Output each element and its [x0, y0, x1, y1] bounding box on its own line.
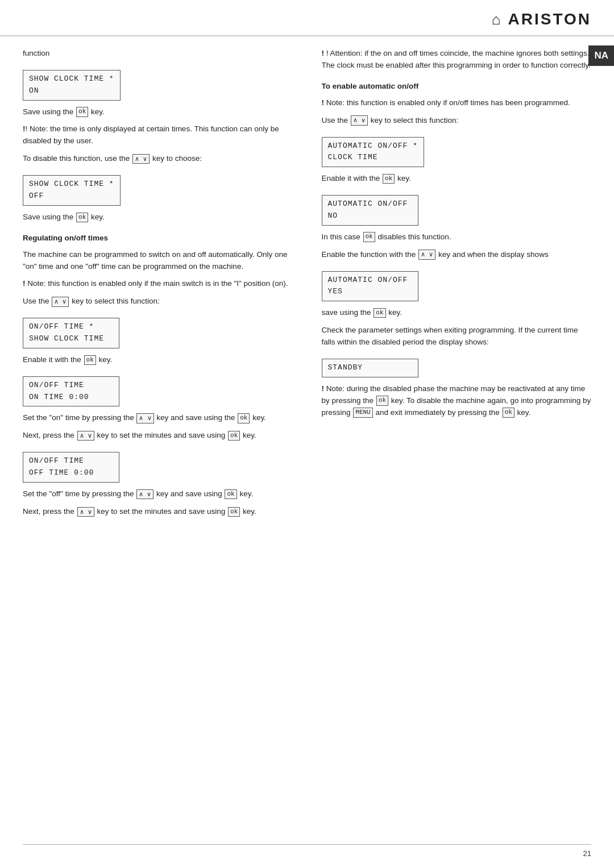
- lcd-display-r1: AUTOMATIC ON/OFF * CLOCK TIME: [322, 137, 424, 168]
- lcd4-line2: ON TIME 0:00: [29, 392, 113, 404]
- attention-text: ! ! Attention: if the on and off times c…: [322, 48, 592, 72]
- lcd-r1-line1: AUTOMATIC ON/OFF *: [328, 140, 418, 152]
- ok-key-7: ok: [228, 507, 240, 517]
- section1-title: Regulating on/off times: [23, 232, 293, 244]
- ok-key-4: ok: [238, 413, 250, 423]
- ok-key-5: ok: [228, 431, 240, 441]
- set-on-time-text: Set the "on" time by pressing the ∧ ∨ ke…: [23, 412, 293, 424]
- lcd-r3-line1: AUTOMATIC ON/OFF: [328, 275, 412, 286]
- arrow-key-1: ∧ ∨: [132, 154, 150, 164]
- footer: 21: [23, 844, 591, 858]
- na-badge: NA: [588, 45, 614, 66]
- lcd5-line1: ON/OFF TIME: [29, 455, 113, 467]
- check-text: Check the parameter settings when exitin…: [322, 325, 592, 348]
- arrow-key-6: ∧ ∨: [77, 507, 94, 517]
- menu-key: MENU: [353, 408, 372, 417]
- section2-title: To enable automatic on/off: [322, 81, 592, 93]
- arrow-key-3: ∧ ∨: [136, 413, 154, 423]
- set-off-time-text: Set the "off" time by pressing the ∧ ∨ k…: [23, 488, 293, 500]
- lcd-display-r4: STANDBY: [322, 359, 418, 377]
- ok-key-r1: ok: [383, 174, 395, 184]
- use-arrow-right-1: Use the ∧ ∨ key to select this function:: [322, 115, 592, 127]
- logo: ⌂ ARISTON: [492, 10, 591, 28]
- lcd5-line2: OFF TIME 0:00: [29, 467, 113, 479]
- intro-text: function: [23, 48, 293, 60]
- save-2-text: Save using the ok key.: [23, 211, 293, 223]
- lcd-display-r3: AUTOMATIC ON/OFF YES: [322, 271, 418, 302]
- lcd-r4-line1: STANDBY: [328, 362, 412, 374]
- header: ⌂ ARISTON: [0, 0, 614, 36]
- arrow-key-r2: ∧ ∨: [418, 250, 435, 259]
- ok-key-r4: ok: [376, 396, 388, 405]
- page-number: 21: [583, 849, 591, 858]
- next-press-2-text: Next, press the ∧ ∨ key to set the minut…: [23, 506, 293, 518]
- lcd-r3-line2: YES: [328, 286, 412, 298]
- enable-1-text: Enable it with the ok key.: [23, 354, 293, 366]
- save-right-text: save using the ok key.: [322, 307, 592, 319]
- lcd-display-1: SHOW CLOCK TIME * ON: [23, 70, 121, 101]
- lcd4-line1: ON/OFF TIME: [29, 380, 113, 392]
- lcd-display-2: SHOW CLOCK TIME * OFF: [23, 175, 121, 206]
- left-column: function SHOW CLOCK TIME * ON Save using…: [23, 48, 298, 524]
- section2-note: ! Note: this function is enabled only if…: [322, 97, 592, 109]
- logo-text: ARISTON: [508, 10, 592, 28]
- arrow-key-4: ∧ ∨: [77, 431, 94, 441]
- ok-key-r3: ok: [374, 308, 385, 318]
- in-this-case-text: In this case ok disables this function.: [322, 231, 592, 243]
- note-1: !! Note: the time is only displayed at c…: [23, 123, 293, 147]
- ok-key-1: ok: [76, 107, 88, 117]
- ok-key-6: ok: [225, 489, 237, 499]
- section1-note: ! Note: this function is enabled only if…: [23, 278, 293, 290]
- lcd-r2-line1: AUTOMATIC ON/OFF: [328, 198, 412, 210]
- ok-key-3: ok: [84, 355, 96, 365]
- lcd3-line1: ON/OFF TIME *: [29, 321, 113, 333]
- lcd-r2-line2: NO: [328, 210, 412, 222]
- arrow-key-5: ∧ ∨: [136, 489, 154, 499]
- ok-key-r2: ok: [363, 232, 375, 242]
- right-column: ! ! Attention: if the on and off times c…: [316, 48, 592, 524]
- final-note-text: ! Note: during the disabled phase the ma…: [322, 383, 592, 419]
- main-content: function SHOW CLOCK TIME * ON Save using…: [0, 36, 614, 541]
- lcd-display-3: ON/OFF TIME * SHOW CLOCK TIME: [23, 318, 119, 348]
- lcd-display-4: ON/OFF TIME ON TIME 0:00: [23, 376, 119, 407]
- next-press-1-text: Next, press the ∧ ∨ key to set the minut…: [23, 430, 293, 442]
- lcd-display-r2: AUTOMATIC ON/OFF NO: [322, 195, 418, 226]
- use-arrow-1: Use the ∧ ∨ key to select this function:: [23, 296, 293, 308]
- arrow-key-2: ∧ ∨: [52, 297, 69, 306]
- disable-text: To disable this function, use the ∧ ∨ ke…: [23, 153, 293, 165]
- lcd-display-5: ON/OFF TIME OFF TIME 0:00: [23, 452, 119, 483]
- arrow-key-r1: ∧ ∨: [351, 115, 368, 125]
- ok-key-r5: ok: [503, 408, 515, 417]
- lcd1-line2: ON: [29, 85, 114, 97]
- enable-func-text: Enable the function with the ∧ ∨ key and…: [322, 249, 592, 261]
- enable-right-1-text: Enable it with the ok key.: [322, 173, 592, 185]
- section1-p1: The machine can be programmed to switch …: [23, 249, 293, 273]
- lcd2-line2: OFF: [29, 190, 114, 202]
- ok-key-2: ok: [76, 213, 88, 222]
- lcd-r1-line2: CLOCK TIME: [328, 152, 418, 164]
- lcd1-line1: SHOW CLOCK TIME *: [29, 73, 114, 85]
- lcd3-line2: SHOW CLOCK TIME: [29, 333, 113, 345]
- lcd2-line1: SHOW CLOCK TIME *: [29, 178, 114, 190]
- logo-icon: ⌂: [492, 11, 503, 28]
- save-1-text: Save using the ok key.: [23, 106, 293, 118]
